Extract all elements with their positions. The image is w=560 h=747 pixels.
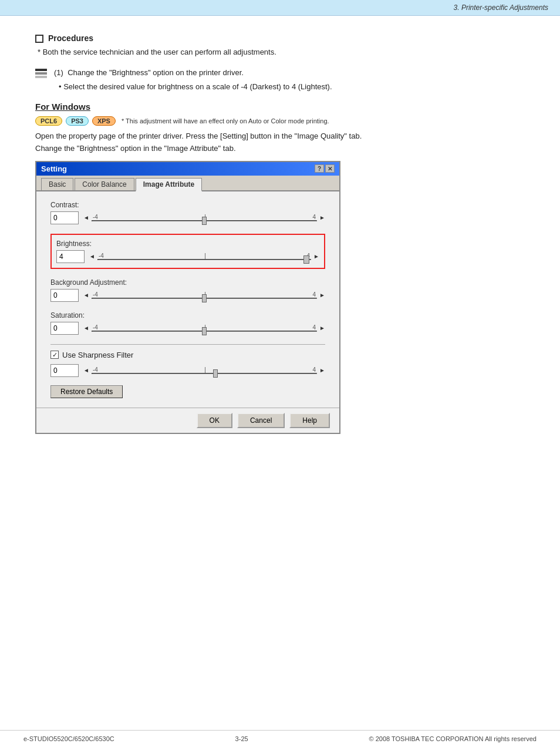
procedures-heading: Procedures bbox=[35, 33, 525, 43]
footer: e-STUDIO5520C/6520C/6530C 3-25 © 2008 TO… bbox=[0, 730, 560, 747]
main-content: Procedures * Both the service technician… bbox=[0, 16, 560, 469]
sharpness-track[interactable] bbox=[92, 373, 317, 374]
contrast-slider-container: ◄ -4 | 4 ► bbox=[83, 214, 325, 221]
sharpness-left-arrow[interactable]: ◄ bbox=[83, 367, 89, 374]
footer-left: e-STUDIO5520C/6520C/6530C bbox=[23, 735, 114, 742]
contrast-right-arrow[interactable]: ► bbox=[319, 214, 325, 221]
saturation-max-label: 4 bbox=[313, 324, 316, 331]
sharpness-slider-container: ◄ -4 | 4 ► bbox=[83, 366, 325, 374]
contrast-value[interactable] bbox=[50, 211, 79, 224]
background-right-arrow[interactable]: ► bbox=[319, 292, 325, 298]
step-1-text: Change the "Brightness" option on the pr… bbox=[68, 68, 244, 77]
saturation-min-label: -4 bbox=[93, 324, 98, 331]
restore-defaults-button[interactable]: Restore Defaults bbox=[50, 385, 123, 398]
background-max-label: 4 bbox=[313, 291, 316, 298]
saturation-left-arrow[interactable]: ◄ bbox=[83, 325, 89, 331]
background-group: Background Adjustment: ◄ -4 | 4 bbox=[50, 278, 325, 302]
tab-color-balance[interactable]: Color Balance bbox=[75, 178, 134, 190]
step-1-line: (1) Change the "Brightness" option on th… bbox=[35, 67, 525, 79]
badge-xps: XPS bbox=[92, 116, 116, 126]
badge-note: * This adjustment will have an effect on… bbox=[122, 117, 329, 124]
procedures-note: * Both the service technician and the us… bbox=[38, 48, 525, 56]
background-slider-container: ◄ -4 | 4 ► bbox=[83, 291, 325, 299]
saturation-slider-container: ◄ -4 | 4 ► bbox=[83, 324, 325, 332]
background-row: ◄ -4 | 4 ► bbox=[50, 289, 325, 302]
brightness-row: ◄ -4 | 4 ► bbox=[56, 250, 319, 263]
contrast-label: Contrast: bbox=[50, 201, 325, 209]
procedures-label: Procedures bbox=[48, 33, 93, 43]
tab-image-attribute[interactable]: Image Attribute bbox=[136, 178, 203, 191]
separator bbox=[50, 344, 325, 345]
step-icon bbox=[35, 68, 48, 78]
badge-pcl6: PCL6 bbox=[35, 116, 62, 126]
background-track[interactable] bbox=[92, 298, 317, 299]
saturation-value[interactable] bbox=[50, 322, 79, 335]
bar-dark bbox=[35, 69, 47, 71]
step-1-number: (1) Change the "Brightness" option on th… bbox=[54, 67, 244, 79]
open-property-text: Open the property page of the printer dr… bbox=[35, 132, 525, 140]
dialog-help-button[interactable]: ? bbox=[315, 164, 324, 173]
page: 3. Printer-specific Adjustments Procedur… bbox=[0, 0, 560, 747]
help-button[interactable]: Help bbox=[289, 413, 330, 428]
contrast-group: Contrast: ◄ -4 | 4 bbox=[50, 201, 325, 224]
background-value[interactable] bbox=[50, 289, 79, 302]
sharpness-tick: | bbox=[204, 366, 206, 373]
saturation-label: Saturation: bbox=[50, 311, 325, 319]
background-label: Background Adjustment: bbox=[50, 278, 325, 287]
cancel-button[interactable]: Cancel bbox=[237, 413, 285, 428]
dialog-footer: OK Cancel Help bbox=[36, 408, 339, 433]
sharpness-right-arrow[interactable]: ► bbox=[319, 367, 325, 374]
contrast-left-arrow[interactable]: ◄ bbox=[83, 214, 89, 221]
footer-center: 3-25 bbox=[235, 735, 248, 742]
badges-row: PCL6 PS3 XPS * This adjustment will have… bbox=[35, 116, 525, 126]
tab-basic[interactable]: Basic bbox=[41, 178, 73, 190]
contrast-row: ◄ -4 | 4 ► bbox=[50, 211, 325, 224]
dialog-title: Setting bbox=[41, 164, 67, 173]
brightness-track[interactable] bbox=[97, 259, 311, 260]
saturation-right-arrow[interactable]: ► bbox=[319, 325, 325, 331]
brightness-min-label: -4 bbox=[99, 253, 104, 259]
for-windows-heading: For Windows bbox=[35, 102, 525, 112]
step-1-bullet: • Select the desired value for brightnes… bbox=[59, 82, 525, 91]
checkbox-icon bbox=[35, 35, 43, 43]
sharpness-min-label: -4 bbox=[93, 366, 98, 373]
badge-ps3: PS3 bbox=[66, 116, 89, 126]
dialog-tabs: Basic Color Balance Image Attribute bbox=[36, 176, 339, 191]
dialog-content: Contrast: ◄ -4 | 4 bbox=[36, 191, 339, 408]
brightness-right-arrow[interactable]: ► bbox=[313, 253, 319, 260]
contrast-min-label: -4 bbox=[93, 214, 98, 220]
saturation-group: Saturation: ◄ -4 | 4 bbox=[50, 311, 325, 335]
saturation-row: ◄ -4 | 4 ► bbox=[50, 322, 325, 335]
sharpness-value[interactable] bbox=[50, 364, 79, 377]
ok-button[interactable]: OK bbox=[197, 413, 232, 428]
sharpness-max-label: 4 bbox=[313, 366, 316, 373]
dialog-title-buttons: ? ✕ bbox=[315, 164, 335, 173]
step-bars-icon bbox=[35, 69, 47, 78]
brightness-value[interactable] bbox=[56, 250, 85, 263]
brightness-slider-container: ◄ -4 | 4 ► bbox=[89, 253, 319, 260]
setting-dialog: Setting ? ✕ Basic Color Balance Image At… bbox=[35, 161, 340, 434]
change-brightness-text: Change the "Brightness" option in the "I… bbox=[35, 144, 525, 153]
background-min-label: -4 bbox=[93, 291, 98, 298]
contrast-max-label: 4 bbox=[313, 214, 316, 220]
sharpness-checkbox[interactable]: ✓ bbox=[50, 351, 59, 359]
chapter-title: 3. Printer-specific Adjustments bbox=[454, 4, 548, 12]
dialog-close-button[interactable]: ✕ bbox=[325, 164, 335, 173]
bar-medium bbox=[35, 72, 47, 75]
bar-light bbox=[35, 76, 47, 78]
dialog-titlebar: Setting ? ✕ bbox=[36, 162, 339, 176]
background-left-arrow[interactable]: ◄ bbox=[83, 292, 89, 298]
brightness-left-arrow[interactable]: ◄ bbox=[89, 253, 95, 260]
sharpness-row: ◄ -4 | 4 ► bbox=[50, 364, 325, 377]
brightness-tick: | bbox=[204, 253, 206, 259]
brightness-label: Brightness: bbox=[56, 240, 319, 248]
footer-right: © 2008 TOSHIBA TEC CORPORATION All right… bbox=[369, 735, 537, 742]
sharpness-label: Use Sharpness Filter bbox=[62, 351, 133, 359]
saturation-track[interactable] bbox=[92, 331, 317, 332]
brightness-group: Brightness: ◄ -4 | 4 bbox=[50, 234, 325, 269]
chapter-header: 3. Printer-specific Adjustments bbox=[0, 0, 560, 16]
sharpness-checkbox-row: ✓ Use Sharpness Filter bbox=[50, 351, 325, 359]
contrast-track[interactable] bbox=[92, 220, 317, 221]
